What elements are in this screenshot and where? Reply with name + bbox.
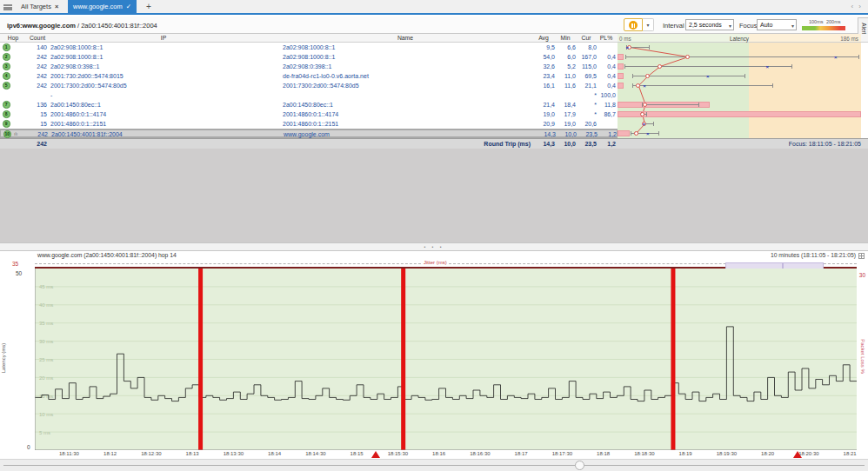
hop-number-badge: 4: [3, 72, 10, 80]
hop-pl: 0,4: [597, 63, 616, 70]
hop-pl: 86,7: [597, 111, 616, 117]
time-tick-label: 18:13: [186, 451, 199, 456]
time-tick-label: 18:19:30: [717, 451, 737, 456]
scrollbar-track[interactable]: [3, 465, 865, 466]
jitter-strip: Jitter (ms): [35, 260, 857, 269]
jitter-axis-max: 35: [12, 261, 18, 267]
svg-text:40 ms: 40 ms: [39, 302, 53, 308]
svg-text:5 ms: 5 ms: [39, 430, 50, 435]
hop-pl: 0,4: [597, 54, 616, 60]
interval-select[interactable]: 2,5 seconds▾: [685, 19, 734, 30]
tab-all-targets[interactable]: All Targets×: [16, 0, 63, 13]
col-name: Name: [280, 35, 531, 41]
hop-avg: 32,6: [532, 63, 555, 70]
avg-marker: [634, 131, 638, 136]
close-icon[interactable]: ×: [55, 3, 58, 10]
hop-count: 15: [26, 121, 47, 127]
hop-pl: 11,8: [597, 102, 616, 108]
timeline-scrollbar: [0, 459, 868, 471]
svg-text:30 ms: 30 ms: [39, 339, 53, 344]
packet-loss-event-bar: [401, 269, 405, 450]
focus-label: Focus: [739, 22, 757, 30]
min-max-whisker: [632, 85, 771, 86]
time-tick-label: 18:15:30: [388, 451, 408, 456]
pause-dropdown-button[interactable]: ▾: [643, 18, 654, 31]
whisker-cap: [658, 131, 659, 136]
time-tick-label: 18:13:30: [224, 451, 244, 456]
time-tick-label: 18:15: [351, 451, 364, 456]
pane-splitter[interactable]: • • •: [0, 242, 868, 251]
menu-icon[interactable]: [3, 4, 12, 10]
hop-row[interactable]: 11402a02:908:1000:8::12a02:908:1000:8::1…: [0, 43, 618, 52]
current-marker: ×: [766, 64, 770, 70]
col-min: Min: [555, 35, 576, 41]
hop-count: 136: [26, 102, 47, 108]
hop-row[interactable]: 9152001:4860:0:1::21512001:4860:0:1::215…: [0, 119, 618, 129]
hop-avg: 20,9: [532, 121, 555, 127]
range-menu-icon[interactable]: [858, 253, 865, 259]
time-tick-label: 18:19: [679, 451, 692, 456]
hop-ip: 2a02:908:0:398::1: [50, 63, 99, 70]
packet-loss-bar: [618, 130, 630, 136]
new-tab-button[interactable]: +: [146, 2, 151, 11]
hop-min: 10,0: [556, 131, 577, 137]
scrollbar-thumb[interactable]: [575, 461, 584, 470]
hop-number-badge: 3: [3, 63, 10, 70]
hop-row[interactable]: 8152001:4860:0:1::41742001:4860:0:1::417…: [0, 109, 618, 119]
hop-row[interactable]: 71362a00:1450:80ec::12a00:1450:80ec::121…: [0, 100, 618, 109]
current-marker: ×: [643, 122, 646, 127]
tab-scroll-icons[interactable]: ‹ ›: [851, 3, 863, 10]
latency-title: Latency: [618, 36, 861, 42]
hop-pl: 0,4: [597, 83, 616, 89]
packet-loss-bar: [618, 63, 624, 70]
whisker-cap: [649, 45, 650, 50]
hop-ip: 2a02:908:1000:8::1: [50, 44, 103, 50]
hop-min: 11,0: [555, 73, 576, 79]
whisker-cap: [631, 131, 631, 136]
time-tick-label: 18:18: [597, 451, 610, 456]
hop-row[interactable]: 10ılı2422a00:1450:4001:81f::2004www.goog…: [0, 129, 618, 138]
hop-count: 140: [26, 44, 47, 50]
hop-cur: 21,1: [576, 83, 597, 89]
col-ip: IP: [50, 35, 277, 41]
hop-pl: 0,4: [597, 73, 616, 79]
hop-row[interactable]: 22422a02:908:1000:8::12a02:908:1000:8::1…: [0, 52, 618, 62]
rt-min: 10,0: [555, 141, 576, 147]
time-axis: 18:11:3018:1218:12:3018:1318:13:3018:141…: [0, 450, 868, 459]
interval-value: 2,5 seconds: [689, 22, 722, 28]
hop-cur: 23,5: [577, 131, 598, 137]
legend-100ms-label: 100ms: [809, 19, 824, 24]
hop-ip: -: [50, 92, 52, 98]
focus-range-label: Focus: 18:11:05 - 18:21:05: [789, 141, 861, 147]
time-tick-label: 18:14: [268, 451, 281, 456]
latency-max-label: 186 ms: [840, 36, 858, 42]
packet-loss-event-bar: [198, 269, 203, 450]
rt-avg: 14,3: [532, 141, 555, 147]
col-hop: Hop: [0, 35, 26, 41]
hop-cur: *: [576, 102, 597, 108]
hop-avg: 19,0: [532, 111, 555, 117]
current-marker: ×: [706, 74, 710, 79]
hop-row[interactable]: 32422a02:908:0:398::12a02:908:0:398::132…: [0, 62, 618, 71]
svg-text:25 ms: 25 ms: [39, 357, 53, 362]
whisker-cap: [632, 74, 633, 78]
current-marker: ×: [834, 55, 838, 60]
hop-count: 15: [26, 111, 47, 117]
hop-row[interactable]: -*100,0: [0, 90, 618, 100]
legend-200ms-label: 200ms: [826, 19, 841, 24]
pause-icon: [629, 21, 638, 30]
pause-button[interactable]: [624, 18, 643, 31]
hop-avg: 23,4: [532, 73, 555, 79]
hop-name: 2a02:908:1000:8::1: [283, 44, 335, 50]
hop-number-badge: 10: [3, 130, 11, 138]
focus-select[interactable]: Auto▾: [757, 19, 797, 30]
time-tick-label: 18:21: [844, 451, 857, 456]
whisker-cap: [791, 64, 792, 69]
hop-avg: 9,5: [532, 44, 555, 50]
hop-name: 2a02:908:1000:8::1: [283, 54, 335, 60]
jitter-bump: [783, 262, 824, 269]
tab-www-google-com[interactable]: www.google.com✓: [68, 0, 137, 13]
hop-row[interactable]: 42422001:730:2d00::5474:8015de-fra04d-rc…: [0, 71, 618, 81]
loss-axis-max: 30: [859, 272, 865, 278]
hop-row[interactable]: 52422001:7300:2d00::5474:80d52001:7300:2…: [0, 81, 618, 90]
